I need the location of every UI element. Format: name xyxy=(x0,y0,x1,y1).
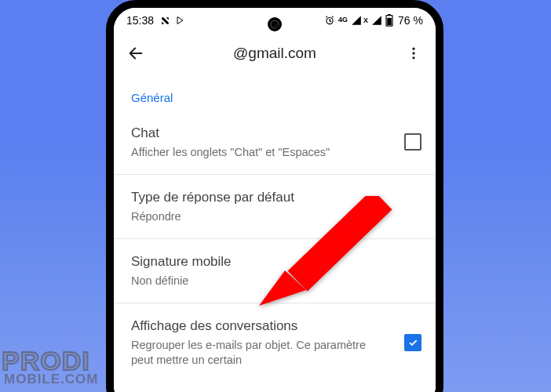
svg-rect-2 xyxy=(388,14,390,16)
row-signature-title: Signature mobile xyxy=(131,253,418,270)
row-reply-title: Type de réponse par défaut xyxy=(131,189,418,206)
back-arrow-icon xyxy=(127,45,144,62)
status-time: 15:38 xyxy=(126,14,154,27)
page-title: @gmail.com xyxy=(233,45,316,62)
row-conversations-sub: Regrouper les e-mails par objet. Ce para… xyxy=(131,338,418,368)
phone-screen: 15:38 4G X 76 % @gmail.com xyxy=(114,8,436,392)
watermark-top: PRODI xyxy=(2,349,99,373)
svg-rect-3 xyxy=(387,18,392,25)
svg-point-6 xyxy=(412,56,414,59)
row-signature-sub: Non définie xyxy=(131,274,418,289)
back-button[interactable] xyxy=(120,38,151,69)
status-right-icons: 4G X 76 % xyxy=(324,14,423,27)
watermark-bottom: MOBILE.COM xyxy=(2,372,99,387)
play-icon xyxy=(175,16,184,25)
check-icon xyxy=(407,337,418,348)
svg-point-5 xyxy=(412,52,414,54)
chat-checkbox[interactable] xyxy=(404,133,421,151)
overflow-menu-button[interactable] xyxy=(398,38,429,69)
row-chat-sub: Afficher les onglets "Chat" et "Espaces" xyxy=(131,145,418,160)
row-chat-title: Chat xyxy=(131,125,418,142)
row-default-reply[interactable]: Type de réponse par défaut Répondre xyxy=(114,175,436,239)
battery-icon xyxy=(385,14,393,27)
network-label: 4G xyxy=(338,17,348,23)
signal-x-icon: X xyxy=(363,16,368,24)
nfc-icon xyxy=(160,16,170,26)
section-general-label: Général xyxy=(114,74,436,111)
alarm-icon xyxy=(324,15,335,26)
row-chat[interactable]: Chat Afficher les onglets "Chat" et "Esp… xyxy=(114,111,436,175)
signal-icon xyxy=(351,15,362,26)
front-camera xyxy=(268,17,282,31)
row-mobile-signature[interactable]: Signature mobile Non définie xyxy=(114,239,436,303)
svg-point-4 xyxy=(412,48,414,50)
row-conversations-title: Affichage des conversations xyxy=(131,318,418,335)
signal-2-icon xyxy=(371,15,382,26)
conversations-checkbox[interactable] xyxy=(404,334,421,351)
status-left-icons xyxy=(160,16,184,26)
phone-frame: 15:38 4G X 76 % @gmail.com xyxy=(106,0,443,392)
row-reply-sub: Répondre xyxy=(131,209,418,224)
app-header: @gmail.com xyxy=(114,33,436,74)
watermark: PRODI MOBILE.COM xyxy=(2,349,99,387)
battery-percent: 76 % xyxy=(398,14,423,27)
more-vert-icon xyxy=(406,45,421,61)
row-conversation-view[interactable]: Affichage des conversations Regrouper le… xyxy=(114,303,436,382)
status-bar: 15:38 4G X 76 % xyxy=(114,8,436,33)
